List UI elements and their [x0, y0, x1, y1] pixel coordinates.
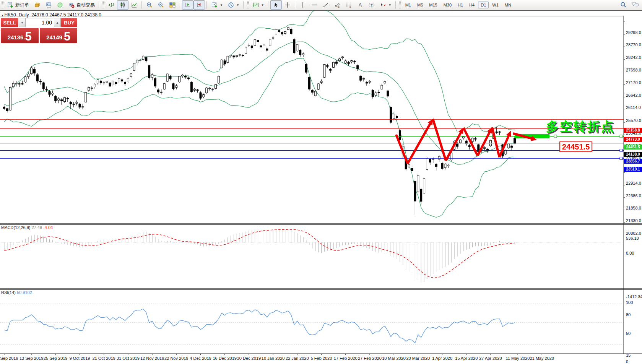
timeframe-button-h1[interactable]: H1 — [455, 2, 466, 8]
market-depth-button[interactable] — [31, 0, 43, 10]
buy-price-main: 24149. — [46, 32, 64, 42]
buy-price-display[interactable]: 24149.5 — [40, 28, 78, 43]
horizontal-line-icon — [311, 2, 318, 8]
indicators-button[interactable]: ▼ — [250, 0, 267, 10]
horizontal-line-tool-button[interactable] — [309, 0, 320, 10]
toolbar-grip[interactable] — [2, 1, 3, 9]
price-axis-label: 21330.0 — [626, 218, 642, 223]
toolbar-grip[interactable] — [399, 1, 401, 9]
auto-scroll-button[interactable] — [182, 0, 193, 10]
date-axis-label: 10 Mar 2020 — [382, 356, 406, 361]
timeframe-button-m5[interactable]: M5 — [414, 2, 426, 8]
toolbar-grip[interactable] — [102, 1, 104, 9]
robot-icon — [68, 2, 75, 8]
timeframe-button-m15[interactable]: M15 — [426, 2, 440, 8]
text-label-tool-button[interactable]: T — [366, 0, 377, 10]
line-chart-type-button[interactable] — [128, 0, 140, 10]
main-toolbar: 新订单 自动交易 — [0, 0, 642, 10]
sell-price-pip: 5 — [25, 31, 32, 42]
rsi-value: 50.9102 — [17, 290, 32, 295]
date-axis-label: 27 Feb 2020 — [358, 356, 382, 361]
channel-tool-button[interactable]: E — [332, 0, 343, 10]
level-price-annotation-box[interactable]: 24451.5 — [559, 141, 592, 152]
price-axis-label: 25570.0 — [626, 118, 642, 123]
price-axis-label: 22914.0 — [626, 181, 642, 185]
macd-signal-value: -4.04 — [43, 225, 53, 230]
timeframe-button-m30[interactable]: M30 — [441, 2, 454, 8]
toolbar-separator — [99, 1, 99, 9]
trendline-tool-button[interactable] — [320, 0, 332, 10]
date-axis-label: 5 Feb 2020 — [311, 356, 332, 361]
price-axis-label: 29298.0 — [626, 30, 642, 35]
fibonacci-tool-button[interactable]: F — [343, 0, 354, 10]
svg-text:E: E — [338, 6, 340, 8]
sell-button[interactable]: SELL — [1, 18, 18, 27]
buy-button[interactable]: BUY — [61, 18, 77, 27]
toolbar-separator — [268, 1, 269, 9]
vertical-line-tool-button[interactable] — [297, 0, 309, 10]
candlestick-chart-canvas[interactable] — [0, 11, 642, 364]
auto-trading-label: 自动交易 — [76, 2, 95, 8]
date-axis-label: 31 Oct 2019 — [117, 356, 140, 361]
cursor-tool-button[interactable] — [270, 0, 282, 10]
new-chart-icon — [211, 2, 218, 8]
timeframe-button-d1[interactable]: D1 — [478, 2, 489, 8]
periods-button[interactable]: ▼ — [225, 0, 242, 10]
zoom-out-icon — [158, 2, 164, 8]
turning-point-annotation[interactable]: 多空转折点 — [546, 118, 615, 135]
chart-shift-button[interactable] — [193, 0, 205, 10]
line-chart-icon — [131, 2, 138, 8]
toolbar-separator — [180, 1, 180, 9]
new-chart-button[interactable]: ▼ — [209, 0, 225, 10]
timeframe-button-h4[interactable]: H4 — [466, 2, 477, 8]
svg-text:A: A — [359, 2, 362, 8]
toolbar-separator — [295, 1, 296, 9]
svg-text:F: F — [349, 6, 351, 8]
level-price-badge: 24451.5 — [624, 145, 642, 150]
svg-text:T: T — [371, 3, 373, 7]
arrows-tool-button[interactable]: ▼ — [377, 0, 394, 10]
text-tool-button[interactable]: A — [354, 0, 366, 10]
date-axis-label: 4 Dec 2019 — [190, 356, 211, 361]
sell-price-display[interactable]: 24136.5 — [1, 28, 39, 43]
timeframe-button-w1[interactable]: W1 — [489, 2, 501, 8]
symbol-title: HK50-,Daily — [5, 12, 29, 18]
tile-windows-button[interactable] — [167, 0, 178, 10]
toolbar-grip[interactable] — [247, 1, 249, 9]
chat-icon[interactable] — [632, 1, 639, 8]
bar-chart-type-button[interactable] — [106, 0, 117, 10]
auto-trading-button[interactable]: 自动交易 — [66, 0, 97, 10]
macd-indicator-label: MACD(12,26,9) 27.48 -4.04 — [1, 225, 53, 230]
search-icon[interactable] — [620, 1, 627, 8]
rsi-scale-label: 100 — [626, 300, 633, 305]
gold-box-icon — [34, 2, 41, 8]
level-price-badge: 23856.7 — [624, 159, 642, 164]
macd-scale-label: -1412.34 — [626, 294, 642, 299]
rsi-scale-label: 15 — [626, 353, 631, 358]
tile-windows-icon — [169, 2, 176, 8]
mobile-terminal-button[interactable] — [43, 0, 54, 10]
timeframe-button-mn[interactable]: MN — [502, 2, 514, 8]
chart-window[interactable]: ▴HK50-,Daily 24376.0 24467.5 24117.0 241… — [0, 11, 642, 364]
zoom-in-button[interactable] — [144, 0, 155, 10]
crosshair-icon — [284, 2, 291, 8]
dropdown-arrow-icon: ▼ — [236, 3, 239, 7]
price-axis-label: 22386.0 — [626, 193, 642, 198]
price-axis-label: 21858.0 — [626, 206, 642, 210]
volume-increase-button[interactable]: ▲ — [54, 18, 61, 27]
dropdown-arrow-icon: ▼ — [220, 3, 223, 7]
price-axis-label: 20802.0 — [626, 231, 642, 236]
date-axis-label: 21 Oct 2019 — [93, 356, 115, 361]
signals-button[interactable] — [54, 0, 66, 10]
volume-input[interactable] — [26, 18, 54, 27]
candlestick-chart-type-button[interactable] — [117, 0, 128, 10]
new-order-button[interactable]: 新订单 — [5, 0, 31, 10]
zoom-out-button[interactable] — [155, 0, 167, 10]
timeframe-button-m1[interactable]: M1 — [403, 2, 414, 8]
volume-decrease-button[interactable]: ▼ — [19, 18, 26, 27]
crosshair-tool-button[interactable] — [282, 0, 293, 10]
dropdown-arrow-icon: ▼ — [388, 3, 392, 7]
date-axis-label: 17 Feb 2020 — [334, 356, 358, 361]
date-axis-label: 13 Sep 2019 — [20, 356, 43, 361]
rsi-scale-label: 50 — [626, 331, 631, 336]
